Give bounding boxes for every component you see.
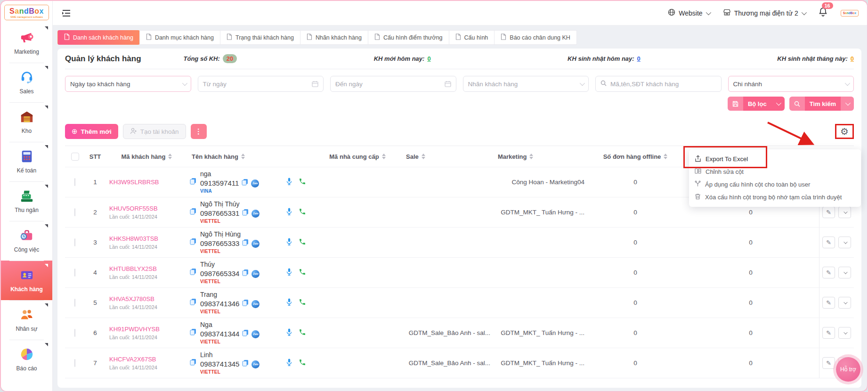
- sort-icon[interactable]: [422, 154, 425, 159]
- copy-icon[interactable]: [190, 238, 196, 247]
- column-header-4[interactable]: Tên khách hàng: [188, 153, 313, 160]
- zalo-icon[interactable]: Zalo: [251, 210, 260, 218]
- sidebar-item-sales[interactable]: Sales: [1, 63, 52, 102]
- copy-icon[interactable]: [190, 328, 196, 337]
- stat-value[interactable]: 0: [637, 55, 641, 62]
- sort-icon[interactable]: [529, 154, 533, 159]
- edit-row-button[interactable]: ✎: [822, 267, 835, 278]
- date-filter-3[interactable]: Đến ngày: [330, 76, 456, 92]
- copy-icon[interactable]: [242, 179, 248, 188]
- search-filter-5[interactable]: Mã,tên,SĐT khách hàng: [595, 76, 722, 92]
- sidebar-item-kho[interactable]: Kho: [1, 102, 52, 142]
- sort-icon[interactable]: [382, 154, 386, 159]
- phone-icon[interactable]: [299, 238, 306, 247]
- tab-2[interactable]: Danh mục khách hàng: [139, 30, 220, 45]
- dropdown-item-2[interactable]: Chỉnh sửa cột: [689, 165, 861, 178]
- row-checkbox[interactable]: [74, 238, 75, 246]
- edit-row-button[interactable]: ✎: [822, 297, 835, 309]
- date-filter-2[interactable]: Từ ngày: [198, 76, 324, 92]
- copy-icon[interactable]: [242, 239, 249, 248]
- tab-5[interactable]: Cấu hình điểm thưởng: [368, 30, 449, 45]
- phone-icon[interactable]: [299, 298, 306, 308]
- mic-icon[interactable]: [286, 328, 292, 338]
- copy-icon[interactable]: [190, 359, 196, 368]
- phone-icon[interactable]: [299, 359, 306, 368]
- phone-icon[interactable]: [299, 208, 306, 217]
- sidebar-item-marketing[interactable]: Marketing: [1, 23, 52, 63]
- customer-code-link[interactable]: KH3W9SLRBRSB: [109, 179, 184, 186]
- column-header-8[interactable]: Số đơn hàng offline: [588, 153, 682, 160]
- select-filter-1[interactable]: Ngày tạo khách hàng: [65, 76, 191, 92]
- sidebar-item-khách-hàng[interactable]: Khách hàng: [1, 261, 52, 300]
- notifications-button[interactable]: 16: [819, 7, 827, 19]
- edit-row-button[interactable]: ✎: [822, 237, 835, 248]
- select-filter-4[interactable]: Nhãn khách hàng: [463, 76, 589, 92]
- dropdown-item-3[interactable]: Áp dụng cấu hình cột cho toàn bộ user: [689, 178, 861, 191]
- phone-icon[interactable]: [299, 178, 306, 187]
- mic-icon[interactable]: [286, 208, 292, 217]
- zalo-icon[interactable]: Zalo: [251, 270, 260, 278]
- sidebar-collapse-icon[interactable]: [61, 9, 72, 17]
- sidebar-item-thu-ngân[interactable]: Thu ngân: [1, 181, 52, 221]
- select-all-checkbox[interactable]: [71, 153, 79, 161]
- zalo-icon[interactable]: Zalo: [251, 180, 259, 188]
- tab-3[interactable]: Trạng thái khách hàng: [220, 30, 300, 45]
- support-button[interactable]: Hỗ trợ: [836, 357, 860, 382]
- copy-icon[interactable]: [190, 298, 196, 307]
- customer-code-link[interactable]: KHTUBBLYX2SB: [109, 265, 184, 272]
- tab-1[interactable]: Danh sách khách hàng: [57, 30, 140, 45]
- row-checkbox[interactable]: [74, 299, 75, 307]
- select-filter-6[interactable]: Chi nhánh: [728, 76, 854, 92]
- copy-icon[interactable]: [242, 329, 249, 339]
- add-new-button[interactable]: ⊕ Thêm mới: [65, 124, 118, 139]
- mic-icon[interactable]: [286, 359, 292, 368]
- create-account-button[interactable]: Tạo tài khoản: [123, 124, 186, 139]
- customer-code-link[interactable]: KHCFVA2X67SB: [109, 356, 184, 363]
- customer-code-link[interactable]: KHKSH8W03TSB: [109, 235, 184, 242]
- dropdown-item-4[interactable]: Xóa cấu hình cột trong bộ nhớ tạm của tr…: [689, 191, 861, 204]
- edit-row-button[interactable]: ✎: [822, 327, 835, 339]
- copy-icon[interactable]: [242, 269, 249, 278]
- tab-7[interactable]: Báo cáo chân dung KH: [494, 30, 577, 45]
- copy-icon[interactable]: [190, 268, 196, 277]
- copy-icon[interactable]: [242, 209, 249, 218]
- tab-4[interactable]: Nhãn khách hàng: [300, 30, 368, 45]
- column-header-7[interactable]: Marketing: [494, 153, 588, 160]
- mic-icon[interactable]: [286, 238, 292, 247]
- row-checkbox[interactable]: [74, 359, 75, 367]
- edit-row-button[interactable]: ✎: [822, 357, 835, 369]
- row-checkbox[interactable]: [74, 208, 75, 216]
- column-header-5[interactable]: Mã nhà cung cấp: [313, 153, 402, 160]
- column-header-3[interactable]: Mã khách hàng: [105, 153, 188, 160]
- row-expand-button[interactable]: [838, 327, 851, 339]
- customer-code-link[interactable]: KH91PWDVHYSB: [109, 326, 184, 333]
- copy-icon[interactable]: [242, 299, 249, 309]
- row-checkbox[interactable]: [74, 178, 75, 186]
- stat-value[interactable]: 0: [427, 55, 430, 62]
- row-expand-button[interactable]: [838, 237, 851, 248]
- search-button[interactable]: Tìm kiếm: [789, 97, 854, 111]
- copy-icon[interactable]: [242, 359, 249, 369]
- store-menu[interactable]: Thương mại điện tử 2: [723, 8, 805, 17]
- edit-row-button[interactable]: ✎: [822, 206, 835, 218]
- zalo-icon[interactable]: Zalo: [251, 300, 260, 308]
- dropdown-item-1[interactable]: Export To Excel: [689, 153, 861, 165]
- filter-presets-button[interactable]: Bộ lọc: [728, 97, 785, 111]
- row-expand-button[interactable]: [838, 297, 851, 309]
- copy-icon[interactable]: [190, 178, 196, 187]
- gear-icon[interactable]: ⚙: [840, 126, 849, 137]
- mic-icon[interactable]: [286, 298, 292, 308]
- row-checkbox[interactable]: [74, 329, 75, 337]
- mic-icon[interactable]: [286, 268, 292, 278]
- column-header-6[interactable]: Sale: [402, 153, 494, 160]
- sort-icon[interactable]: [241, 154, 245, 159]
- sort-icon[interactable]: [664, 154, 667, 159]
- zalo-icon[interactable]: Zalo: [251, 240, 260, 248]
- copy-icon[interactable]: [190, 208, 196, 217]
- mic-icon[interactable]: [286, 178, 292, 187]
- zalo-icon[interactable]: Zalo: [251, 360, 260, 368]
- row-expand-button[interactable]: [838, 206, 851, 218]
- zalo-icon[interactable]: Zalo: [251, 330, 260, 338]
- customer-code-link[interactable]: KHVA5XJ780SB: [109, 295, 184, 302]
- brand-logo[interactable]: SandBox SME management software: [4, 5, 49, 20]
